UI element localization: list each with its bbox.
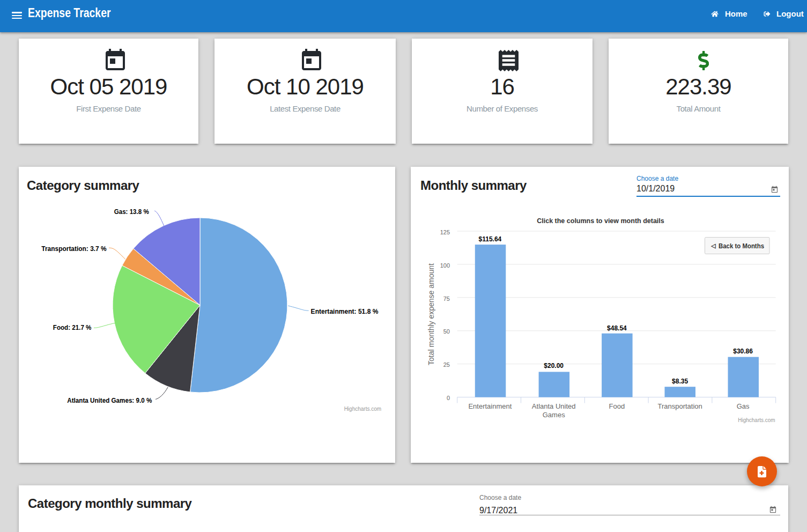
svg-text:125: 125 <box>440 229 450 235</box>
svg-text:Atlanta United: Atlanta United <box>532 402 576 410</box>
svg-text:Highcharts.com: Highcharts.com <box>738 417 775 423</box>
svg-text:Transportation: Transportation <box>657 402 702 410</box>
svg-text:0: 0 <box>447 395 450 401</box>
svg-text:Atlanta United Games: 9.0 %: Atlanta United Games: 9.0 % <box>67 397 152 404</box>
svg-text:75: 75 <box>443 295 450 302</box>
svg-text:$8.35: $8.35 <box>672 378 688 385</box>
svg-text:$115.64: $115.64 <box>479 235 502 243</box>
svg-text:Gas: 13.8 %: Gas: 13.8 % <box>114 208 149 216</box>
svg-text:Entertainment: 51.8 %: Entertainment: 51.8 % <box>311 308 379 315</box>
svg-text:Total monthly expense amount: Total monthly expense amount <box>427 263 435 365</box>
svg-text:Food: 21.7 %: Food: 21.7 % <box>53 324 92 331</box>
svg-text:Gas: Gas <box>737 402 750 410</box>
svg-text:Click the columns to view mont: Click the columns to view month details <box>537 217 664 225</box>
svg-text:$48.54: $48.54 <box>607 324 627 332</box>
svg-text:Food: Food <box>609 402 625 410</box>
svg-text:$20.00: $20.00 <box>544 362 564 370</box>
svg-text:Transportation: 3.7 %: Transportation: 3.7 % <box>41 245 106 253</box>
svg-text:Back to Months: Back to Months <box>719 242 764 250</box>
svg-text:Entertainment: Entertainment <box>468 402 512 410</box>
svg-text:100: 100 <box>440 262 450 269</box>
svg-text:Highcharts.com: Highcharts.com <box>344 406 381 412</box>
svg-text:$30.86: $30.86 <box>733 348 753 355</box>
svg-text:◁: ◁ <box>710 242 716 249</box>
svg-text:Games: Games <box>543 411 565 419</box>
svg-text:50: 50 <box>443 328 450 335</box>
svg-text:25: 25 <box>443 361 450 368</box>
